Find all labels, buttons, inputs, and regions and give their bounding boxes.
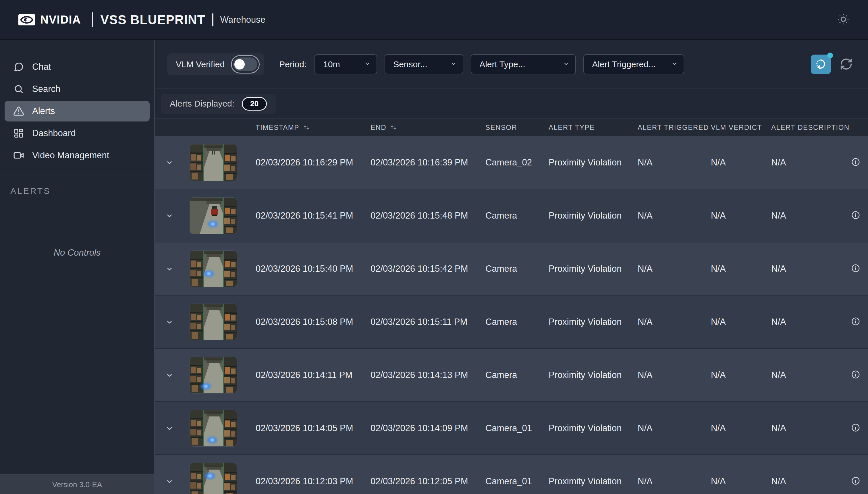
column-header-end[interactable]: END — [363, 123, 478, 132]
cell-timestamp: 02/03/2026 10:15:40 PM — [248, 264, 363, 274]
sort-icon[interactable] — [389, 123, 398, 132]
row-expand-chevron-icon[interactable] — [155, 211, 184, 220]
sidebar-item-chat[interactable]: Chat — [5, 57, 150, 77]
alert-type-select[interactable]: Alert Type... — [471, 54, 576, 74]
cell-alert-triggered: N/A — [631, 157, 704, 168]
chevron-down-icon — [364, 60, 371, 68]
cell-sensor: Camera — [478, 264, 541, 274]
period-label: Period: — [279, 59, 307, 69]
auto-refresh-button[interactable] — [811, 55, 831, 74]
workspace-subtitle: Warehouse — [220, 15, 265, 25]
sidebar-item-search[interactable]: Search — [5, 79, 150, 99]
cell-alert-description: N/A — [764, 264, 843, 274]
sidebar-controls-panel: No Controls — [0, 196, 154, 474]
row-expand-chevron-icon[interactable] — [155, 370, 184, 380]
sidebar-item-video-management[interactable]: Video Management — [5, 145, 150, 166]
cell-alert-type: Proximity Violation — [541, 317, 631, 327]
auto-refresh-badge — [827, 53, 833, 58]
cell-alert-type: Proximity Violation — [541, 210, 631, 221]
table-row[interactable]: 02/03/2026 10:16:29 PM 02/03/2026 10:16:… — [155, 136, 868, 189]
info-icon — [851, 263, 861, 274]
cell-alert-description: N/A — [764, 210, 843, 221]
toggle-knob — [234, 59, 245, 70]
table-row[interactable]: 02/03/2026 10:12:03 PM 02/03/2026 10:12:… — [155, 455, 868, 494]
row-expand-chevron-icon[interactable] — [155, 317, 184, 326]
row-info-button[interactable] — [851, 369, 861, 380]
sidebar-item-dashboard[interactable]: Dashboard — [5, 123, 150, 144]
page-title: VSS BLUEPRINT — [100, 13, 205, 27]
cell-timestamp: 02/03/2026 10:15:41 PM — [248, 210, 363, 221]
table-row[interactable]: 02/03/2026 10:14:11 PM 02/03/2026 10:14:… — [155, 349, 868, 402]
cell-alert-description: N/A — [764, 157, 843, 168]
alert-triggered-select[interactable]: Alert Triggered... — [583, 54, 684, 74]
sidebar-item-label: Search — [32, 84, 60, 94]
warehouse-aisle-thumbnail[interactable] — [190, 463, 237, 494]
row-expand-chevron-icon[interactable] — [155, 158, 184, 167]
column-header-vlm-verdict: VLM VERDICT — [704, 124, 764, 132]
table-row[interactable]: 02/03/2026 10:15:08 PM 02/03/2026 10:15:… — [155, 296, 868, 349]
row-info-button[interactable] — [851, 263, 861, 274]
warehouse-aisle-thumbnail[interactable] — [190, 144, 237, 181]
search-icon — [13, 83, 24, 95]
cell-end: 02/03/2026 10:15:11 PM — [363, 317, 478, 327]
alerts-count-badge: 20 — [242, 97, 267, 111]
row-expand-chevron-icon[interactable] — [155, 264, 184, 273]
alerts-displayed-bar: Alerts Displayed: 20 — [155, 89, 868, 118]
info-icon — [851, 157, 861, 168]
cell-alert-triggered: N/A — [631, 264, 704, 274]
sort-icon[interactable] — [302, 123, 311, 132]
column-header-sensor: SENSOR — [478, 124, 541, 132]
sun-icon — [837, 13, 850, 26]
row-info-button[interactable] — [851, 157, 861, 168]
period-select[interactable]: 10m — [314, 54, 377, 74]
cell-sensor: Camera — [478, 370, 541, 380]
table-row[interactable]: 02/03/2026 10:15:41 PM 02/03/2026 10:15:… — [155, 189, 868, 242]
info-icon — [851, 369, 861, 380]
refresh-button[interactable] — [840, 57, 853, 72]
vlm-verified-control: VLM Verified — [167, 53, 264, 75]
warehouse-aisle-blue-streak-thumbnail[interactable] — [190, 357, 237, 394]
cell-end: 02/03/2026 10:14:09 PM — [363, 423, 478, 433]
title-separator — [92, 12, 93, 27]
cell-timestamp: 02/03/2026 10:12:03 PM — [248, 476, 363, 487]
info-icon — [851, 476, 861, 487]
cell-alert-triggered: N/A — [631, 476, 704, 487]
warehouse-aisle-blue-light-thumbnail[interactable] — [190, 250, 237, 287]
cell-end: 02/03/2026 10:12:05 PM — [363, 476, 478, 487]
row-info-button[interactable] — [851, 476, 861, 487]
cell-sensor: Camera — [478, 317, 541, 327]
row-info-button[interactable] — [851, 317, 861, 327]
sidebar-item-alerts[interactable]: Alerts — [5, 101, 150, 121]
auto-refresh-icon — [815, 58, 827, 71]
chevron-down-icon — [563, 60, 570, 68]
row-info-button[interactable] — [851, 210, 861, 221]
video-icon — [13, 150, 24, 161]
row-expand-chevron-icon[interactable] — [155, 477, 184, 486]
column-header-alert-type: ALERT TYPE — [541, 124, 631, 132]
cell-sensor: Camera_01 — [478, 423, 541, 433]
column-header-timestamp[interactable]: TIMESTAMP — [248, 123, 363, 132]
vlm-verified-toggle[interactable] — [231, 55, 259, 74]
cell-alert-triggered: N/A — [631, 370, 704, 380]
warehouse-racks-thumbnail[interactable] — [190, 304, 237, 340]
sensor-select[interactable]: Sensor... — [385, 54, 463, 74]
table-row[interactable]: 02/03/2026 10:15:40 PM 02/03/2026 10:15:… — [155, 242, 868, 296]
version-footer: Version 3.0-EA — [0, 474, 154, 494]
sidebar-item-label: Alerts — [32, 106, 55, 116]
cell-alert-description: N/A — [764, 423, 843, 433]
cell-alert-description: N/A — [764, 317, 843, 327]
cell-vlm-verdict: N/A — [704, 264, 764, 274]
cell-alert-triggered: N/A — [631, 210, 704, 221]
cell-alert-type: Proximity Violation — [541, 370, 631, 380]
warehouse-floor-blue-dot-thumbnail[interactable] — [190, 410, 237, 446]
table-row[interactable]: 02/03/2026 10:14:05 PM 02/03/2026 10:14:… — [155, 402, 868, 455]
theme-toggle-button[interactable] — [835, 11, 852, 29]
row-expand-chevron-icon[interactable] — [155, 424, 184, 433]
row-info-button[interactable] — [851, 423, 861, 433]
dashboard-icon — [13, 128, 24, 139]
alerts-displayed-pill: Alerts Displayed: 20 — [161, 94, 276, 114]
refresh-icon — [840, 57, 853, 72]
main-content: VLM Verified Period: 10m Sensor... — [155, 40, 868, 494]
warehouse-forklift-blue-light-thumbnail[interactable] — [190, 197, 237, 234]
cell-sensor: Camera — [478, 210, 541, 221]
